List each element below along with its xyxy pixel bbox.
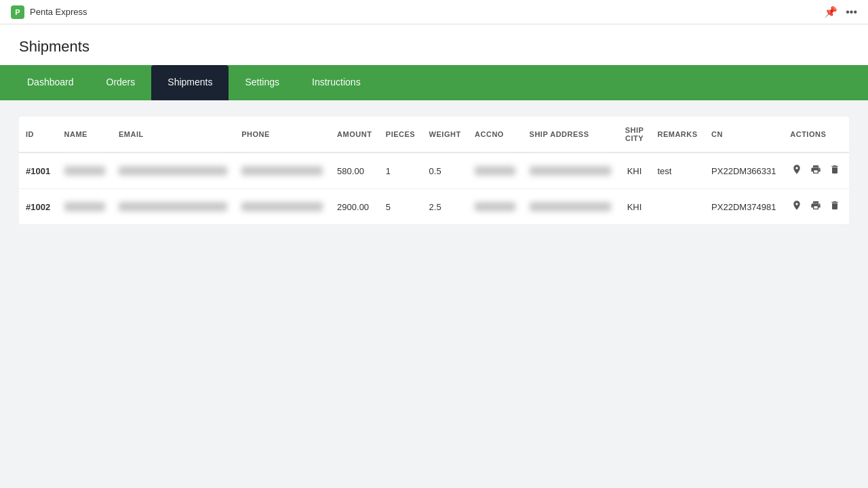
col-header-cn: CN	[705, 117, 783, 152]
print-button[interactable]	[809, 199, 823, 215]
col-header-phone: PHONE	[235, 117, 330, 152]
print-icon	[810, 200, 821, 211]
row-name	[58, 189, 113, 225]
row-pieces: 1	[379, 152, 422, 189]
location-button[interactable]	[790, 163, 804, 179]
page-header: Shipments	[0, 24, 868, 65]
location-button[interactable]	[790, 199, 804, 215]
row-amount: 2900.00	[330, 189, 379, 225]
nav-bar: Dashboard Orders Shipments Settings Inst…	[0, 65, 868, 100]
delete-button[interactable]	[828, 163, 842, 179]
col-header-email: EMAIL	[112, 117, 235, 152]
pin-icon[interactable]: 📌	[824, 5, 837, 18]
more-menu-icon[interactable]: •••	[846, 6, 857, 18]
col-header-name: NAME	[58, 117, 113, 152]
page-title: Shipments	[19, 38, 849, 56]
nav-item-instructions[interactable]: Instructions	[296, 65, 377, 100]
row-ship-city: KHI	[618, 189, 650, 225]
row-id: #1001	[19, 152, 58, 189]
row-accno	[468, 152, 523, 189]
app-title: Penta Express	[30, 7, 87, 17]
col-header-accno: ACCNO	[468, 117, 523, 152]
shipments-table-container: ID NAME EMAIL PHONE AMOUNT PIECES WEIGHT…	[19, 117, 849, 225]
col-header-actions: ACTIONS	[783, 117, 849, 152]
row-amount: 580.00	[330, 152, 379, 189]
row-actions	[783, 152, 849, 189]
table-row: #1001 580.00	[19, 152, 849, 189]
delete-button[interactable]	[828, 199, 842, 215]
col-header-ship-city: SHIPCITY	[618, 117, 650, 152]
print-button[interactable]	[809, 163, 823, 179]
row-phone	[235, 189, 330, 225]
location-icon	[791, 200, 802, 211]
row-cn: PX22DM374981	[705, 189, 783, 225]
row-id: #1002	[19, 189, 58, 225]
table-row: #1002 2900.00	[19, 189, 849, 225]
nav-item-settings[interactable]: Settings	[229, 65, 296, 100]
row-email	[112, 152, 235, 189]
row-cn: PX22DM366331	[705, 152, 783, 189]
row-actions	[783, 189, 849, 225]
row-remarks: test	[650, 152, 705, 189]
col-header-remarks: REMARKS	[650, 117, 705, 152]
row-ship-address	[523, 152, 618, 189]
row-remarks	[650, 189, 705, 225]
nav-item-orders[interactable]: Orders	[90, 65, 152, 100]
col-header-ship-address: SHIP ADDRESS	[523, 117, 618, 152]
top-bar: P Penta Express 📌 •••	[0, 0, 868, 24]
delete-icon	[829, 200, 840, 211]
col-header-id: ID	[19, 117, 58, 152]
row-ship-city: KHI	[618, 152, 650, 189]
row-weight: 0.5	[422, 152, 468, 189]
delete-icon	[829, 164, 840, 175]
shipments-table: ID NAME EMAIL PHONE AMOUNT PIECES WEIGHT…	[19, 117, 849, 225]
row-weight: 2.5	[422, 189, 468, 225]
main-content: ID NAME EMAIL PHONE AMOUNT PIECES WEIGHT…	[0, 100, 868, 241]
top-bar-actions: 📌 •••	[824, 5, 857, 18]
app-icon: P	[11, 5, 24, 19]
location-icon	[791, 164, 802, 175]
col-header-amount: AMOUNT	[330, 117, 379, 152]
row-phone	[235, 152, 330, 189]
col-header-weight: WEIGHT	[422, 117, 468, 152]
row-name	[58, 152, 113, 189]
col-header-pieces: PIECES	[379, 117, 422, 152]
nav-item-shipments[interactable]: Shipments	[151, 65, 229, 100]
app-branding: P Penta Express	[11, 5, 87, 19]
row-accno	[468, 189, 523, 225]
print-icon	[810, 164, 821, 175]
table-header-row: ID NAME EMAIL PHONE AMOUNT PIECES WEIGHT…	[19, 117, 849, 152]
row-pieces: 5	[379, 189, 422, 225]
row-ship-address	[523, 189, 618, 225]
nav-item-dashboard[interactable]: Dashboard	[11, 65, 90, 100]
row-email	[112, 189, 235, 225]
